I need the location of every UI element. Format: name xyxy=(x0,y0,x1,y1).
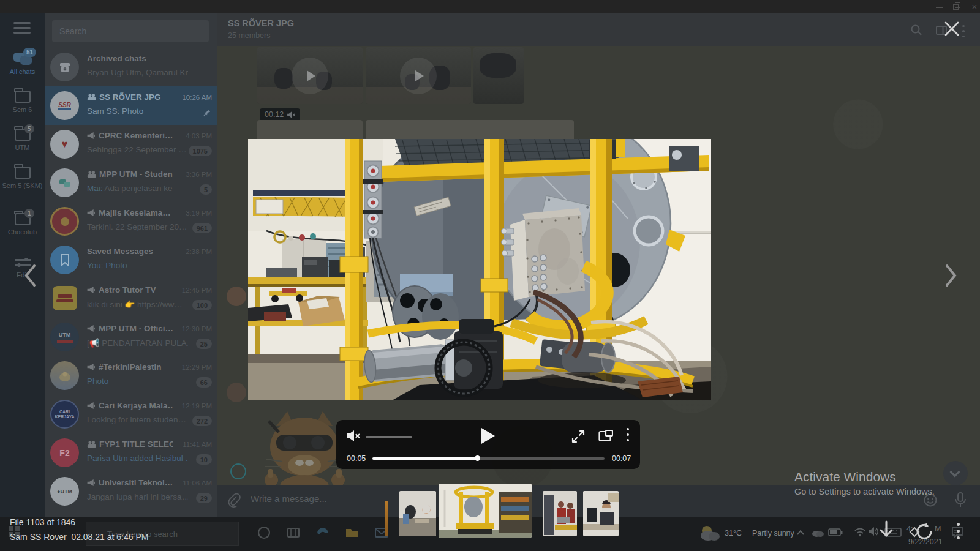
onedrive-icon[interactable] xyxy=(811,528,824,537)
chat-list-item-terkini-palestin[interactable]: #TerkiniPalestin 12:29 PM Photo 66 xyxy=(45,356,217,395)
seek-bar[interactable] xyxy=(372,457,605,460)
edge-icon[interactable] xyxy=(315,525,331,541)
message-avatar[interactable] xyxy=(227,383,246,402)
chat-preview-sender: Mai: xyxy=(87,184,103,193)
channel-icon xyxy=(87,209,96,216)
video-player-controls: 00:05 –00:07 xyxy=(336,420,640,469)
weather-condition[interactable]: Partly sunny xyxy=(752,529,794,538)
window-minimize-button[interactable] xyxy=(936,2,943,8)
viewer-more-options-icon[interactable] xyxy=(957,523,960,539)
chat-list-item-ss-rover[interactable]: SSR SS RÕVER JPG 10:26 AM Sam SS: Photo xyxy=(45,86,217,125)
media-thumbnail[interactable] xyxy=(399,491,436,536)
chat-preview: [📢 PENDAFTARAN PULA… xyxy=(87,339,188,348)
previous-media-button[interactable] xyxy=(22,263,38,288)
chat-name: FYP1 TITLE SELEC… xyxy=(99,440,173,449)
chat-time: 11:06 AM xyxy=(183,479,212,487)
mute-icon[interactable] xyxy=(346,429,361,443)
chat-list-item-saved-messages[interactable]: Saved Messages 2:38 PM You: Photo xyxy=(45,241,217,279)
media-thumbnail[interactable] xyxy=(583,491,619,536)
avatar: SSR xyxy=(50,91,79,120)
chat-time: 3:19 PM xyxy=(186,209,212,217)
volume-slider[interactable] xyxy=(366,436,412,438)
main-menu-icon[interactable] xyxy=(13,22,31,34)
tray-expand-icon[interactable] xyxy=(796,530,805,536)
scroll-to-bottom-button[interactable] xyxy=(943,461,968,485)
chat-title: SS RÕVER JPG xyxy=(228,18,294,28)
unread-badge: 66 xyxy=(196,377,212,388)
message-avatar[interactable] xyxy=(227,287,246,306)
chat-list-item-fyp1[interactable]: F2 FYP1 TITLE SELEC… 11:41 AM Parisa Utm… xyxy=(45,433,217,472)
seek-bar-knob[interactable] xyxy=(475,455,480,461)
player-more-options-icon[interactable] xyxy=(627,428,629,441)
video-message[interactable] xyxy=(257,47,363,104)
file-author[interactable]: Sam SS Rover xyxy=(10,532,67,542)
rail-item-utm[interactable]: 5 UTM xyxy=(0,129,45,151)
chat-list-item-universiti[interactable]: ●UTM Universiti Teknol… 11:06 AM Jangan … xyxy=(45,472,217,511)
download-icon[interactable] xyxy=(878,520,894,540)
video-duration-badge: 00:12 xyxy=(260,108,300,121)
next-media-button[interactable] xyxy=(943,263,959,288)
more-options-icon[interactable] xyxy=(962,25,974,37)
media-thumbnail[interactable] xyxy=(543,491,577,536)
chat-time: 2:38 PM xyxy=(186,248,212,255)
chat-name: Universiti Teknol… xyxy=(99,478,173,487)
message-avatar[interactable] xyxy=(230,463,246,479)
search-input[interactable] xyxy=(52,20,209,42)
rotate-icon[interactable] xyxy=(909,522,935,541)
chat-name: SS RÕVER JPG xyxy=(99,92,161,102)
chat-list-item-cari-kerjaya[interactable]: CARIKERJAYA Cari Kerjaya Mala… 12:19 PM … xyxy=(45,395,217,433)
rail-item-sem5-skm[interactable]: Sem 5 (SKM) xyxy=(0,167,45,189)
video-message[interactable] xyxy=(473,47,524,104)
chat-time: 11:41 AM xyxy=(183,441,212,448)
chat-list-item-mpp-studen[interactable]: MPP UTM - Studen… 3:36 PM Mai: Ada penje… xyxy=(45,163,217,202)
chat-members-count: 25 members xyxy=(228,31,270,40)
group-icon xyxy=(87,171,96,178)
window-close-button[interactable]: × xyxy=(970,2,979,11)
weather-temperature[interactable]: 31°C xyxy=(725,529,742,538)
unread-badge: 29 xyxy=(196,493,212,503)
close-viewer-button[interactable] xyxy=(944,21,960,37)
channel-icon xyxy=(87,132,96,139)
battery-icon[interactable] xyxy=(828,528,843,536)
play-button[interactable] xyxy=(475,422,502,449)
chat-name: Saved Messages xyxy=(87,247,153,256)
unread-badge: 272 xyxy=(192,416,212,426)
chat-preview: Parisa Utm added Hasibul … xyxy=(87,454,188,463)
viewed-photo[interactable] xyxy=(248,139,711,400)
rail-item-chocotub[interactable]: 1 Chocotub xyxy=(0,213,45,236)
attach-icon[interactable] xyxy=(227,493,243,510)
task-view-icon[interactable] xyxy=(285,525,301,541)
file-explorer-icon[interactable] xyxy=(344,525,360,541)
avatar: CARIKERJAYA xyxy=(50,400,79,429)
weather-icon[interactable] xyxy=(698,523,720,543)
video-message[interactable] xyxy=(366,47,471,104)
microphone-icon[interactable] xyxy=(954,492,967,509)
chat-time: 3:36 PM xyxy=(186,171,212,178)
media-thumbnail-selected[interactable] xyxy=(439,484,532,538)
rail-item-label: All chats xyxy=(0,68,45,75)
chat-time: 12:30 PM xyxy=(182,325,212,332)
rail-item-all-chats[interactable]: 51 All chats xyxy=(0,51,45,75)
chat-list-item-cprc[interactable]: ♥ CPRC Kementeri… 4:03 PM Sehingga 22 Se… xyxy=(45,125,217,163)
chat-list-item-mpp-official[interactable]: UTM MPP UTM - Offici… 12:30 PM [📢 PENDAF… xyxy=(45,318,217,356)
group-icon xyxy=(87,94,96,100)
search-icon[interactable] xyxy=(910,24,922,36)
fullscreen-icon[interactable] xyxy=(571,430,585,443)
unread-badge: 25 xyxy=(196,339,212,349)
rail-item-label: UTM xyxy=(0,144,45,151)
rail-item-sem6[interactable]: Sem 6 xyxy=(0,91,45,113)
clock-time-fragment[interactable]: M xyxy=(935,525,941,533)
cortana-icon[interactable] xyxy=(256,525,272,541)
wifi-icon[interactable] xyxy=(854,527,866,537)
chat-list-item-majlis[interactable]: Majlis Keselama… 3:19 PM Terkini. 22 Sep… xyxy=(45,202,217,241)
chat-list-item-archived[interactable]: Archived chats Bryan Ugt Utm, Qamarul Km… xyxy=(45,48,217,86)
picture-in-picture-icon[interactable] xyxy=(598,430,613,443)
media-thumbnail-partial[interactable] xyxy=(385,501,388,536)
file-counter: File 1103 of 1846 xyxy=(10,517,75,527)
elapsed-time: 00:05 xyxy=(347,454,366,463)
chat-list-item-astro[interactable]: Astro Tutor TV 12:45 PM klik di sini 👉 h… xyxy=(45,279,217,318)
chat-time: 12:19 PM xyxy=(182,402,212,410)
group-icon xyxy=(87,441,96,448)
window-restore-button[interactable] xyxy=(953,2,962,11)
unread-badge: 100 xyxy=(192,300,212,310)
